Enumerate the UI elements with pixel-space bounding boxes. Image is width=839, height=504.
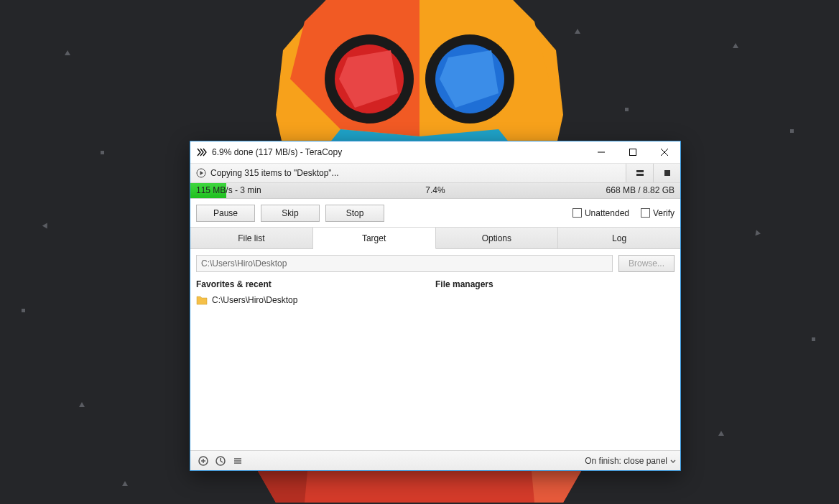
svg-rect-27 — [664, 170, 670, 176]
stop-button[interactable]: Stop — [325, 205, 384, 222]
verify-checkbox[interactable]: Verify — [641, 208, 675, 218]
maximize-button[interactable] — [617, 141, 649, 163]
browse-button[interactable]: Browse... — [618, 255, 675, 272]
add-button[interactable] — [195, 453, 212, 469]
svg-line-33 — [221, 461, 223, 462]
svg-rect-26 — [636, 174, 644, 176]
tab-target[interactable]: Target — [313, 228, 436, 249]
pause-button[interactable]: Pause — [196, 205, 255, 222]
stop-icon-button[interactable] — [653, 164, 680, 182]
progress-percent: 7.4% — [425, 185, 445, 195]
skip-button[interactable]: Skip — [261, 205, 320, 222]
checkbox-icon — [573, 208, 582, 218]
unattended-checkbox[interactable]: Unattended — [573, 208, 629, 218]
titlebar[interactable]: 6.9% done (117 MB/s) - TeraCopy — [190, 141, 680, 163]
on-finish-dropdown[interactable]: On finish: close panel — [585, 456, 676, 466]
status-row: Copying 315 items to "Desktop"... — [190, 163, 680, 183]
target-panel: C:\Users\Hiro\Desktop Browse... Favorite… — [190, 249, 680, 450]
on-finish-label: On finish: close panel — [585, 456, 667, 466]
favorite-path: C:\Users\Hiro\Desktop — [212, 295, 297, 305]
favorite-item[interactable]: C:\Users\Hiro\Desktop — [196, 294, 435, 307]
progress-bar: 115 MB/s - 3 min 7.4% 668 MB / 8.82 GB — [190, 183, 680, 199]
tab-log[interactable]: Log — [558, 228, 680, 248]
verify-label: Verify — [653, 208, 675, 218]
expand-button[interactable] — [626, 164, 653, 182]
tab-file-list[interactable]: File list — [190, 228, 313, 248]
filemanagers-heading: File managers — [435, 279, 675, 289]
teracopy-window: 6.9% done (117 MB/s) - TeraCopy Copying … — [190, 141, 681, 471]
progress-speed-eta: 115 MB/s - 3 min — [196, 185, 261, 195]
target-path-input[interactable]: C:\Users\Hiro\Desktop — [196, 255, 613, 272]
menu-button[interactable] — [229, 453, 246, 469]
folder-icon — [196, 295, 208, 305]
filemanagers-column: File managers — [435, 279, 675, 444]
tab-options[interactable]: Options — [436, 228, 559, 248]
bottom-bar: On finish: close panel — [190, 450, 680, 470]
chevron-down-icon — [670, 456, 676, 466]
unattended-label: Unattended — [585, 208, 629, 218]
svg-marker-24 — [200, 171, 204, 175]
progress-bytes: 668 MB / 8.82 GB — [606, 185, 675, 195]
favorites-heading: Favorites & recent — [196, 279, 435, 289]
minimize-button[interactable] — [585, 141, 617, 163]
action-row: Pause Skip Stop Unattended Verify — [190, 199, 680, 228]
checkbox-icon — [641, 208, 650, 218]
app-icon — [196, 148, 208, 157]
window-title: 6.9% done (117 MB/s) - TeraCopy — [212, 147, 342, 157]
svg-rect-20 — [630, 149, 636, 156]
tab-bar: File list Target Options Log — [190, 228, 680, 249]
favorites-column: Favorites & recent C:\Users\Hiro\Desktop — [196, 279, 435, 444]
close-button[interactable] — [649, 141, 680, 163]
play-icon — [196, 168, 206, 178]
svg-rect-25 — [636, 170, 644, 172]
history-button[interactable] — [212, 453, 229, 469]
status-text: Copying 315 items to "Desktop"... — [210, 168, 339, 178]
